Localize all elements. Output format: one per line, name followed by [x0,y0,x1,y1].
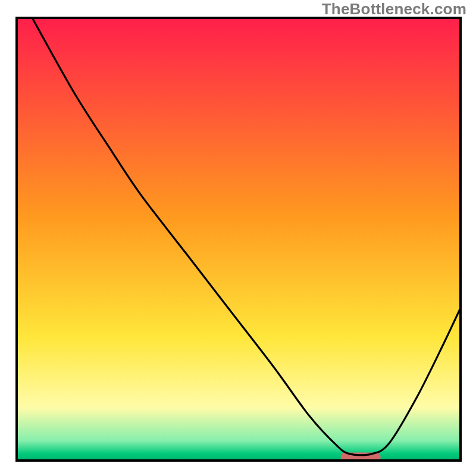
chart-container: TheBottleneck.com [0,0,476,476]
watermark-text: TheBottleneck.com [322,0,466,18]
plot-background [17,18,461,461]
bottleneck-chart [0,0,476,476]
